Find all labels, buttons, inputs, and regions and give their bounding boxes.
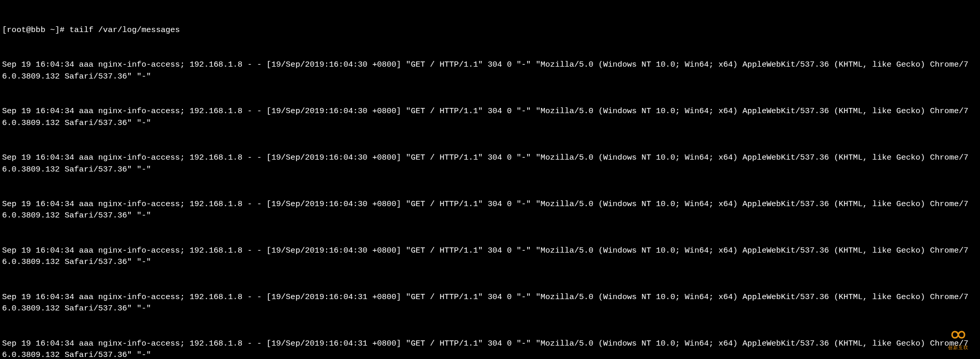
infinity-icon <box>946 325 971 344</box>
watermark-text: 创新互联 <box>948 345 969 352</box>
watermark-logo: 创新互联 <box>940 324 977 354</box>
terminal-output[interactable]: [root@bbb ~]# tailf /var/log/messages Se… <box>2 1 978 359</box>
log-line: Sep 19 16:04:34 aaa nginx-info-access; 1… <box>2 152 978 175</box>
log-line: Sep 19 16:04:34 aaa nginx-info-access; 1… <box>2 245 978 268</box>
log-line: Sep 19 16:04:34 aaa nginx-info-access; 1… <box>2 291 978 315</box>
log-line: Sep 19 16:04:34 aaa nginx-info-access; 1… <box>2 105 978 129</box>
log-line: Sep 19 16:04:34 aaa nginx-info-access; 1… <box>2 59 978 82</box>
log-line: Sep 19 16:04:34 aaa nginx-info-access; 1… <box>2 198 978 222</box>
log-line: Sep 19 16:04:34 aaa nginx-info-access; 1… <box>2 338 978 359</box>
shell-prompt: [root@bbb ~]# tailf /var/log/messages <box>2 24 978 36</box>
